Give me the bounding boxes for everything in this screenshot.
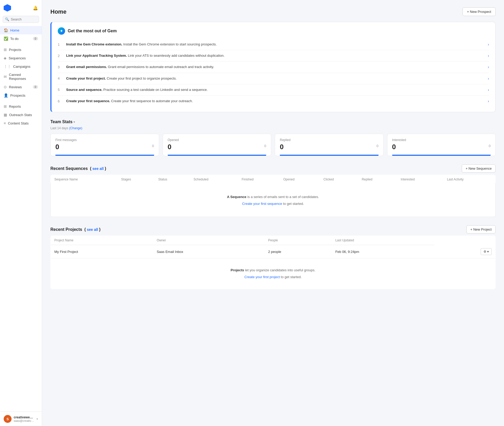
- projects-col-header: Project Name: [51, 236, 153, 245]
- sidebar-item-label: Reports: [9, 105, 21, 108]
- step-text: Create your first project. Create your f…: [66, 76, 485, 81]
- sequences-col-header: Clicked: [320, 175, 358, 184]
- create-first-project-link[interactable]: Create your first project: [244, 275, 280, 279]
- sidebar-item-label: Projects: [9, 48, 21, 52]
- recent-sequences-header: Recent Sequences (see all) + New Sequenc…: [50, 164, 496, 173]
- new-prospect-button[interactable]: + New Prospect: [463, 7, 496, 16]
- project-settings-button[interactable]: ⚙ ▾: [481, 248, 492, 255]
- sidebar-item-projects[interactable]: ⊞ Projects: [0, 45, 42, 54]
- project-name: My First Project: [51, 245, 153, 258]
- sidebar-item-label: Content Stats: [8, 121, 29, 125]
- sidebar-item-reviews[interactable]: ⊙ Reviews 0: [0, 83, 42, 91]
- sidebar-item-outreach-stats[interactable]: ▦ Outreach Stats: [0, 111, 42, 119]
- team-stats-title: Team Stats ▾: [50, 120, 75, 124]
- step-chevron-icon: ›: [488, 88, 489, 92]
- project-owner: Saas Email Inbox: [153, 245, 265, 258]
- stat-count-right: 0: [152, 143, 154, 148]
- sequences-col-header: Stages: [118, 175, 155, 184]
- sidebar-item-todo[interactable]: ✅ To do 0: [0, 34, 42, 43]
- onboarding-step[interactable]: 6 Create your first sequence. Create you…: [58, 96, 489, 107]
- stat-card: Interested 0 0: [387, 134, 496, 156]
- stat-count-right: 0: [376, 143, 378, 148]
- gem-onboarding-icon: ✦: [58, 27, 65, 35]
- onboarding-step[interactable]: 4 Create your first project. Create your…: [58, 73, 489, 84]
- projects-col-header: People: [264, 236, 332, 245]
- notification-bell-icon[interactable]: 🔔: [33, 6, 38, 11]
- sidebar-item-canned-responses[interactable]: ✉ Canned Responses: [0, 71, 42, 83]
- stats-grid: First messages 0 0 Opened 0 0 Replied 0 …: [50, 134, 496, 156]
- sidebar-item-campaigns[interactable]: ⋮⋮ Campaigns: [0, 62, 42, 71]
- stat-count-right: 0: [489, 143, 491, 148]
- campaigns-icon: ⋮⋮: [4, 64, 11, 69]
- stat-card: First messages 0 0: [50, 134, 159, 156]
- project-last-updated: Feb 06, 9:24pm: [332, 245, 434, 258]
- onboarding-card: ✦ Get the most out of Gem 1 Install the …: [50, 22, 496, 112]
- recent-projects-header: Recent Projects (see all) + New Project: [50, 225, 496, 233]
- onboarding-step[interactable]: 1 Install the Gem Chrome extension. Inst…: [58, 39, 489, 50]
- table-row: My First Project Saas Email Inbox 2 peop…: [51, 245, 496, 258]
- sidebar-item-home[interactable]: 🏠 Home: [0, 26, 42, 34]
- canned-responses-icon: ✉: [4, 75, 7, 79]
- step-text: Link your Applicant Tracking System. Lin…: [66, 53, 485, 58]
- stat-bar: [280, 155, 379, 156]
- gem-logo-icon[interactable]: [4, 4, 11, 12]
- sequences-see-all-link[interactable]: see all: [92, 167, 104, 171]
- todo-icon: ✅: [4, 37, 8, 41]
- sidebar-item-content-stats[interactable]: ≡ Content Stats: [0, 119, 42, 127]
- sequences-col-header: Interested: [397, 175, 443, 184]
- projects-empty-state: Projects let you organize candidates int…: [51, 258, 496, 289]
- create-first-sequence-link[interactable]: Create your first sequence: [242, 202, 282, 206]
- content-stats-icon: ≡: [4, 121, 6, 125]
- sidebar-item-sequences[interactable]: ◈ Sequences: [0, 54, 42, 62]
- user-info: creativeweb.it saas@creativeweb...: [14, 415, 34, 422]
- sequences-icon: ◈: [4, 56, 7, 60]
- sidebar-item-label: Outreach Stats: [9, 113, 32, 117]
- sidebar-item-prospects[interactable]: 👤 Prospects: [0, 91, 42, 100]
- stat-label: Interested: [392, 138, 491, 142]
- new-project-button[interactable]: + New Project: [466, 225, 496, 233]
- projects-table-body: My First Project Saas Email Inbox 2 peop…: [51, 245, 496, 289]
- step-number: 6: [58, 99, 63, 103]
- onboarding-step[interactable]: 2 Link your Applicant Tracking System. L…: [58, 50, 489, 61]
- step-chevron-icon: ›: [488, 42, 489, 46]
- team-stats-dropdown-icon[interactable]: ▾: [74, 121, 75, 123]
- prospects-icon: 👤: [4, 93, 8, 97]
- onboarding-step[interactable]: 5 Source and sequence. Practice sourcing…: [58, 84, 489, 96]
- stat-label: First messages: [55, 138, 154, 142]
- sidebar-item-label: Campaigns: [13, 65, 30, 69]
- sidebar-item-label: Sequences: [9, 56, 26, 60]
- project-actions: ⚙ ▾: [434, 245, 496, 258]
- search-bar[interactable]: 🔍: [3, 16, 39, 23]
- step-number: 2: [58, 54, 63, 58]
- recent-projects-title: Recent Projects (see all): [50, 227, 101, 232]
- step-chevron-icon: ›: [488, 65, 489, 69]
- reports-icon: ⊞: [4, 104, 7, 108]
- onboarding-title: Get the most out of Gem: [68, 29, 117, 33]
- recent-sequences-title: Recent Sequences (see all): [50, 166, 106, 171]
- projects-icon: ⊞: [4, 48, 7, 52]
- sequences-col-header: Replied: [358, 175, 397, 184]
- page-header: Home + New Prospect: [50, 7, 496, 16]
- user-profile[interactable]: S creativeweb.it saas@creativeweb... ▾: [0, 412, 42, 426]
- new-sequence-button[interactable]: + New Sequence: [462, 164, 496, 173]
- sidebar-item-reports[interactable]: ⊞ Reports: [0, 102, 42, 111]
- outreach-stats-icon: ▦: [4, 113, 7, 117]
- search-input[interactable]: [11, 17, 37, 21]
- projects-col-header: Last Updated: [332, 236, 434, 245]
- sidebar-nav: 🏠 Home ✅ To do 0 ⊞ Projects ◈ Sequences …: [0, 26, 42, 412]
- step-number: 5: [58, 88, 63, 92]
- sequences-empty-state: A Sequence A Sequence is a series of ema…: [50, 184, 496, 217]
- main-content: Home + New Prospect ✦ Get the most out o…: [42, 0, 504, 426]
- user-name: creativeweb.it: [14, 415, 34, 419]
- user-email: saas@creativeweb...: [14, 419, 34, 422]
- change-period-link[interactable]: (Change): [69, 126, 82, 130]
- onboarding-step[interactable]: 3 Grant email permissions. Grant email p…: [58, 61, 489, 73]
- recent-sequences-section: Recent Sequences (see all) + New Sequenc…: [50, 164, 496, 217]
- new-prospect-label: + New Prospect: [467, 10, 491, 14]
- projects-see-all-link[interactable]: see all: [87, 227, 98, 232]
- step-number: 3: [58, 65, 63, 69]
- sequences-col-header: Scheduled: [190, 175, 238, 184]
- stat-count: 0: [280, 143, 284, 151]
- sequences-col-header: Last Activity: [443, 175, 496, 184]
- step-text: Create your first sequence. Create your …: [66, 99, 485, 103]
